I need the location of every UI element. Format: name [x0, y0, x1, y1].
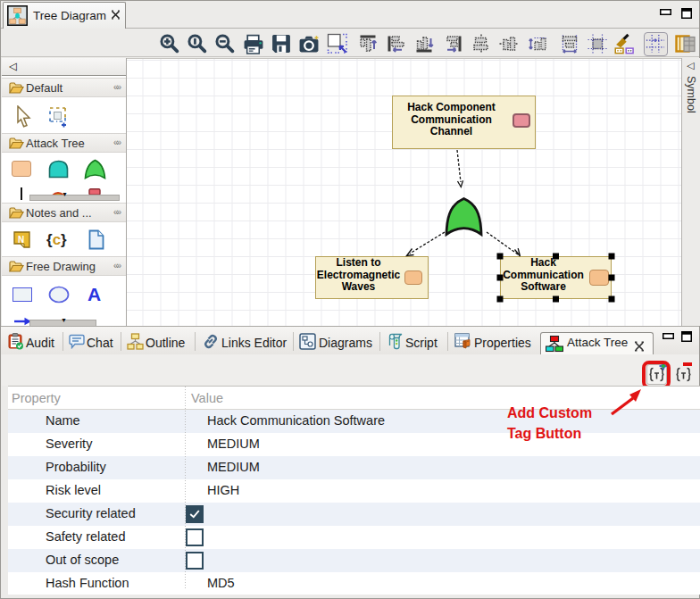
svg-text:N: N [18, 235, 24, 245]
